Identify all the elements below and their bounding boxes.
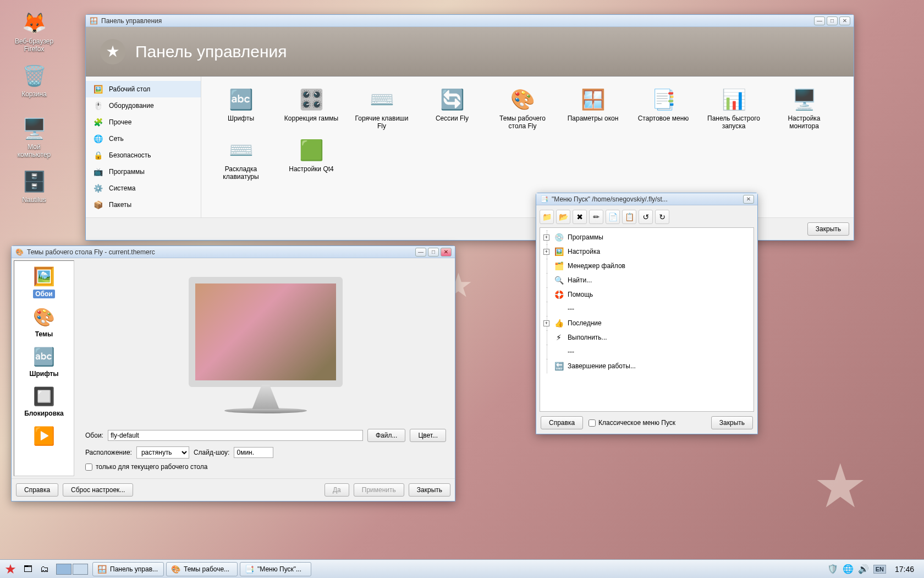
close-button[interactable]: Закрыть bbox=[711, 416, 753, 429]
wallpaper-input[interactable] bbox=[108, 430, 363, 441]
toolbar-button[interactable]: ✖ bbox=[573, 210, 587, 224]
titlebar[interactable]: 🎨 Темы рабочего стола Fly - current.them… bbox=[12, 246, 455, 258]
sidebar-item[interactable]: 🔒Безопасность bbox=[86, 147, 201, 163]
item-icon: 🎛️ bbox=[298, 86, 324, 113]
control-panel-item[interactable]: 🪟Параметры окон bbox=[560, 84, 626, 133]
classic-menu-check[interactable] bbox=[588, 419, 596, 427]
sidebar-item[interactable]: 🖼️Рабочий стол bbox=[86, 81, 201, 97]
themes-tab[interactable]: ▶️ bbox=[14, 421, 74, 452]
apply-button[interactable]: Применить bbox=[354, 483, 404, 497]
control-panel-item[interactable]: 🔤Шрифты bbox=[208, 84, 274, 133]
control-panel-item[interactable]: ⌨️Горячие клавиши Fly bbox=[349, 84, 415, 133]
item-label: Сессии Fly bbox=[421, 114, 483, 122]
help-button[interactable]: Справка bbox=[16, 483, 58, 497]
tree-item[interactable]: ⚡Выполнить... bbox=[542, 330, 751, 345]
taskbar-task[interactable]: 🎨Темы рабоче... bbox=[166, 562, 238, 576]
task-label: Темы рабоче... bbox=[184, 565, 229, 573]
control-panel-item[interactable]: 🎨Темы рабочего стола Fly bbox=[490, 84, 556, 133]
tree-item[interactable]: 🗂️Менеджер файлов bbox=[542, 259, 751, 273]
tree-item[interactable]: +💿Программы bbox=[542, 230, 751, 244]
control-panel-item[interactable]: 📑Стартовое меню bbox=[630, 84, 696, 133]
toolbar-button[interactable]: 📄 bbox=[606, 210, 620, 224]
volume-icon[interactable]: 🔊 bbox=[858, 564, 869, 574]
control-panel-item[interactable]: ⌨️Раскладка клавиатуры bbox=[208, 135, 274, 183]
item-label: Параметры окон bbox=[562, 114, 624, 122]
show-desktop-button[interactable]: 🗔 bbox=[21, 562, 35, 576]
themes-tab[interactable]: 🔲Блокировка bbox=[14, 381, 74, 421]
clock[interactable]: 17:46 bbox=[890, 565, 919, 574]
close-button[interactable]: ✕ bbox=[743, 195, 754, 204]
tray-icon[interactable]: 🛡️ bbox=[827, 564, 838, 574]
tree-item[interactable]: --- bbox=[542, 302, 751, 316]
control-panel-item[interactable]: 🟩Настройки Qt4 bbox=[278, 135, 344, 183]
quicklaunch-button[interactable]: 🗂 bbox=[37, 562, 52, 576]
expand-toggle[interactable]: + bbox=[543, 249, 549, 255]
maximize-button[interactable]: □ bbox=[827, 17, 838, 25]
file-button[interactable]: Файл... bbox=[367, 429, 406, 442]
minimize-button[interactable]: — bbox=[814, 17, 825, 25]
category-icon: 🖼️ bbox=[92, 84, 103, 95]
titlebar[interactable]: 🪟 Панель управления — □ ✕ bbox=[86, 15, 854, 27]
pager-desktop-2[interactable] bbox=[73, 564, 88, 575]
themes-tab[interactable]: 🖼️Обои bbox=[14, 261, 74, 302]
themes-tab[interactable]: 🎨Темы bbox=[14, 302, 74, 341]
current-desktop-checkbox[interactable]: только для текущего рабочего стола bbox=[85, 463, 207, 471]
firefox-icon: 🦊 bbox=[21, 10, 47, 36]
sidebar-item[interactable]: 🌐Сеть bbox=[86, 130, 201, 147]
control-panel-item[interactable]: 🔄Сессии Fly bbox=[419, 84, 485, 133]
control-panel-item[interactable]: 🖥️Настройка монитора bbox=[771, 84, 837, 133]
tree-item[interactable]: 🛟Помощь bbox=[542, 287, 751, 302]
tray-icon[interactable]: 🌐 bbox=[843, 564, 854, 574]
desktop-pager[interactable] bbox=[56, 564, 88, 575]
slideshow-input[interactable] bbox=[234, 447, 273, 458]
current-desktop-check[interactable] bbox=[85, 464, 92, 471]
minimize-button[interactable]: — bbox=[415, 248, 426, 257]
tree-item-label: Выполнить... bbox=[568, 334, 607, 341]
expand-toggle[interactable]: + bbox=[543, 235, 549, 241]
taskbar-task[interactable]: 🪟Панель управ... bbox=[92, 562, 164, 576]
toolbar-button[interactable]: ↻ bbox=[655, 210, 669, 224]
sidebar-item[interactable]: 🧩Прочее bbox=[86, 114, 201, 130]
sidebar-item[interactable]: ⚙️Система bbox=[86, 180, 201, 197]
close-button[interactable]: ✕ bbox=[839, 17, 850, 25]
help-button[interactable]: Справка bbox=[541, 416, 583, 429]
desktop-icon-firefox[interactable]: 🦊Веб-браузерFirefox bbox=[7, 10, 62, 53]
close-button[interactable]: Закрыть bbox=[807, 222, 849, 236]
item-label: Настройки Qt4 bbox=[280, 165, 342, 173]
tree-item[interactable]: --- bbox=[542, 345, 751, 359]
expand-toggle[interactable]: + bbox=[543, 320, 549, 326]
sidebar-item[interactable]: 📺Программы bbox=[86, 163, 201, 180]
color-button[interactable]: Цвет... bbox=[410, 429, 446, 442]
tree-item[interactable]: 🔚Завершение работы... bbox=[542, 359, 751, 373]
close-button[interactable]: Закрыть bbox=[409, 483, 450, 497]
layout-select[interactable]: растянуть bbox=[136, 446, 189, 459]
tree-item-icon: 🔍 bbox=[553, 275, 564, 286]
desktop-icon-nautilus[interactable]: 🗄️Nautilus bbox=[7, 168, 62, 204]
sidebar-item[interactable]: 🖱️Оборудование bbox=[86, 97, 201, 114]
tree-item[interactable]: 🔍Найти... bbox=[542, 273, 751, 287]
start-button[interactable]: ★ bbox=[2, 561, 19, 577]
tree-item[interactable]: +🖼️Настройка bbox=[542, 244, 751, 259]
desktop-icon-trash[interactable]: 🗑️Корзина bbox=[7, 63, 62, 98]
yes-button[interactable]: Да bbox=[324, 483, 349, 497]
toolbar-button[interactable]: 📋 bbox=[622, 210, 636, 224]
classic-menu-checkbox[interactable]: Классическое меню Пуск bbox=[588, 419, 675, 427]
pager-desktop-1[interactable] bbox=[56, 564, 72, 575]
maximize-button[interactable]: □ bbox=[428, 248, 439, 257]
toolbar-button[interactable]: 📁 bbox=[540, 210, 554, 224]
sidebar-item[interactable]: 📦Пакеты bbox=[86, 197, 201, 213]
toolbar-button[interactable]: ✏ bbox=[589, 210, 603, 224]
taskbar-task[interactable]: 📑"Меню Пуск"... bbox=[240, 562, 311, 576]
toolbar-button[interactable]: ↺ bbox=[639, 210, 653, 224]
close-button[interactable]: ✕ bbox=[441, 248, 452, 257]
reset-button[interactable]: Сброс настроек... bbox=[63, 483, 133, 497]
control-panel-item[interactable]: 🎛️Коррекция гаммы bbox=[278, 84, 344, 133]
control-panel-item[interactable]: 📊Панель быстрого запуска bbox=[701, 84, 767, 133]
item-label: Настройка монитора bbox=[773, 114, 835, 130]
tree-item[interactable]: +👍Последние bbox=[542, 316, 751, 330]
themes-tab[interactable]: 🔤Шрифты bbox=[14, 341, 74, 381]
titlebar[interactable]: 📑 "Меню Пуск" /home/snegovskiy/.fly/st..… bbox=[536, 193, 757, 205]
desktop-icon-computer[interactable]: 🖥️Мойкомпьютер bbox=[7, 116, 62, 159]
language-indicator[interactable]: EN bbox=[873, 565, 886, 574]
toolbar-button[interactable]: 📂 bbox=[556, 210, 570, 224]
